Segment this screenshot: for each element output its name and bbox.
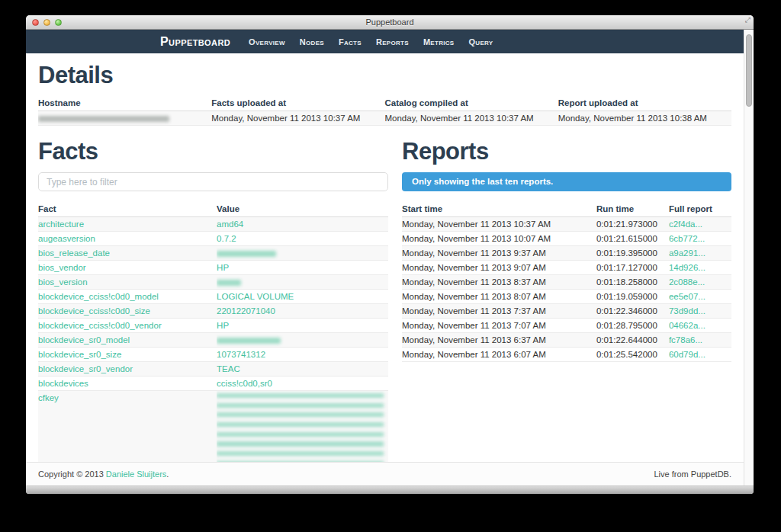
fact-name-link[interactable]: blockdevices [38, 379, 88, 388]
fact-name-cell: bios_vendor [38, 261, 217, 275]
fact-name-cell: blockdevices [38, 377, 217, 391]
report-hash-link[interactable]: 2c088e... [669, 277, 705, 287]
fact-value-cell [217, 333, 388, 348]
report-hash-link[interactable]: a9a291... [669, 248, 705, 258]
nav-item-reports[interactable]: Reports [376, 37, 409, 46]
fact-value-cell: TEAC [217, 362, 388, 377]
report-runtime-cell: 0:01:25.542000 [596, 348, 669, 362]
report-hash-link[interactable]: 04662a... [669, 321, 705, 330]
fact-value-link[interactable]: 0.7.2 [217, 234, 236, 243]
report-runtime-cell: 0:01:21.973000 [596, 217, 669, 232]
window-bottom-bar[interactable] [26, 486, 754, 494]
window-resize-icon[interactable]: ⤢ [745, 16, 750, 24]
report-runtime-cell: 0:01:17.127000 [596, 261, 669, 275]
report-hash-link[interactable]: ee5e07... [669, 292, 705, 301]
fact-name-link[interactable]: architecture [38, 220, 84, 229]
fact-name-cell: blockdevice_sr0_vendor [38, 362, 217, 377]
window-close-button[interactable] [32, 19, 39, 26]
details-col-hostname: Hostname [38, 96, 211, 111]
fact-name-link[interactable]: bios_release_date [38, 248, 110, 258]
nav-item-facts[interactable]: Facts [339, 37, 362, 46]
report-row: Monday, November 11 2013 9:37 AM0:01:19.… [402, 246, 731, 261]
fact-name-link[interactable]: blockdevice_sr0_size [38, 350, 121, 359]
fact-name-link[interactable]: bios_version [38, 277, 88, 287]
fact-value-link[interactable]: amd64 [217, 220, 243, 229]
fact-row: cfkey [38, 391, 388, 463]
fact-value-link[interactable]: 1073741312 [217, 350, 265, 359]
author-link[interactable]: Daniele Sluijters [106, 470, 166, 479]
reports-table: Start time Run time Full report Monday, … [402, 202, 731, 362]
facts-heading: Facts [38, 138, 388, 165]
window-titlebar[interactable]: Puppetboard ⤢ [26, 15, 754, 30]
fact-name-link[interactable]: augeasversion [38, 234, 95, 243]
details-heading: Details [38, 62, 731, 89]
nav-brand[interactable]: Puppetboard [160, 35, 230, 49]
reports-header-row: Start time Run time Full report [402, 202, 731, 217]
facts-col-value: Value [217, 202, 388, 217]
report-start-cell: Monday, November 11 2013 10:37 AM [402, 217, 596, 232]
window-zoom-button[interactable] [55, 19, 62, 26]
page-footer: Copyright © 2013 Daniele Sluijters. Live… [26, 462, 744, 486]
fact-value-link[interactable]: LOGICAL VOLUME [217, 292, 294, 301]
nav-item-nodes[interactable]: Nodes [300, 37, 324, 46]
report-runtime-cell: 0:01:28.795000 [596, 319, 669, 333]
report-hash-link[interactable]: 60d79d... [669, 350, 705, 359]
page-content: Puppetboard Overview Nodes Facts Reports… [26, 30, 744, 486]
fact-name-link[interactable]: blockdevice_sr0_vendor [38, 364, 133, 373]
report-hash-link[interactable]: 73d9dd... [669, 306, 705, 316]
report-runtime-cell: 0:01:22.346000 [596, 304, 669, 319]
fact-row: blockdevice_sr0_model [38, 333, 388, 348]
fact-value-redacted-text [217, 338, 281, 344]
facts-filter-input[interactable] [38, 172, 388, 191]
scrollbar-thumb[interactable] [746, 34, 752, 107]
report-start-cell: Monday, November 11 2013 7:07 AM [402, 319, 596, 333]
report-row: Monday, November 11 2013 10:07 AM0:01:21… [402, 232, 731, 246]
scrollbar-track[interactable] [744, 30, 754, 486]
fact-name-link[interactable]: blockdevice_cciss!c0d0_size [38, 306, 150, 316]
fact-value-link[interactable]: 220122071040 [217, 306, 275, 316]
fact-value-cell [217, 275, 388, 290]
report-row: Monday, November 11 2013 10:37 AM0:01:21… [402, 217, 731, 232]
details-header-row: Hostname Facts uploaded at Catalog compi… [38, 96, 731, 111]
navbar: Puppetboard Overview Nodes Facts Reports… [26, 30, 744, 53]
facts-col-fact: Fact [38, 202, 217, 217]
report-hash-cell: 2c088e... [669, 275, 731, 290]
fact-name-link[interactable]: cfkey [38, 393, 59, 402]
window-minimize-button[interactable] [43, 19, 50, 26]
fact-value-link[interactable]: HP [217, 263, 229, 272]
fact-value-redacted-block [217, 393, 384, 462]
fact-name-cell: blockdevice_cciss!c0d0_size [38, 304, 217, 319]
nav-item-metrics[interactable]: Metrics [423, 37, 455, 46]
fact-value-cell [217, 246, 388, 261]
fact-value-cell: cciss!c0d0,sr0 [217, 377, 388, 391]
report-hash-cell: c2f4da... [669, 217, 731, 232]
report-start-cell: Monday, November 11 2013 8:07 AM [402, 290, 596, 304]
details-col-report-uploaded: Report uploaded at [558, 96, 731, 111]
report-hash-link[interactable]: 14d926... [669, 263, 705, 272]
fact-value-link[interactable]: HP [217, 321, 229, 330]
catalog-compiled-cell: Monday, November 11 2013 10:37 AM [385, 111, 558, 126]
traffic-lights [32, 15, 62, 29]
fact-row: blockdevice_sr0_vendorTEAC [38, 362, 388, 377]
nav-item-query[interactable]: Query [468, 37, 493, 46]
fact-name-link[interactable]: bios_vendor [38, 263, 86, 272]
fact-name-link[interactable]: blockdevice_cciss!c0d0_model [38, 292, 159, 301]
fact-name-link[interactable]: blockdevice_cciss!c0d0_vendor [38, 321, 162, 330]
fact-name-link[interactable]: blockdevice_sr0_model [38, 335, 130, 345]
nav-item-overview[interactable]: Overview [249, 37, 285, 46]
browser-window: Puppetboard ⤢ Puppetboard Overview Nodes… [26, 15, 754, 494]
details-col-catalog-compiled: Catalog compiled at [385, 96, 558, 111]
fact-value-link[interactable]: cciss!c0d0,sr0 [217, 379, 272, 388]
report-row: Monday, November 11 2013 9:07 AM0:01:17.… [402, 261, 731, 275]
report-runtime-cell: 0:01:19.395000 [596, 246, 669, 261]
fact-value-link[interactable]: TEAC [217, 364, 240, 373]
report-hash-link[interactable]: c2f4da... [669, 220, 702, 229]
fact-name-cell: blockdevice_sr0_model [38, 333, 217, 348]
report-start-cell: Monday, November 11 2013 8:37 AM [402, 275, 596, 290]
report-hash-link[interactable]: fc78a6... [669, 335, 702, 345]
report-start-cell: Monday, November 11 2013 6:07 AM [402, 348, 596, 362]
facts-uploaded-cell: Monday, November 11 2013 10:37 AM [211, 111, 384, 126]
report-hash-cell: a9a291... [669, 246, 731, 261]
hostname-cell [38, 111, 211, 126]
report-hash-link[interactable]: 6cb772... [669, 234, 705, 243]
